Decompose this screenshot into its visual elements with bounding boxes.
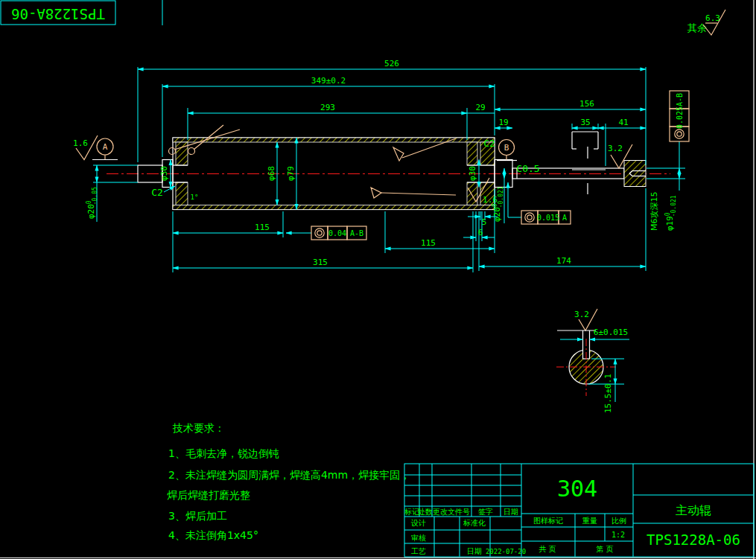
dimension-phi79: φ79 <box>286 138 296 210</box>
tech-req-line: 2、未注焊缝为圆周满焊，焊缝高4mm，焊接牢固， <box>168 469 410 481</box>
date-label: 日期 <box>467 547 482 555</box>
dimension-35: 35 <box>572 118 598 128</box>
dimension-315: 315 <box>173 258 473 268</box>
tech-req-line: 4、未注倒角1x45° <box>168 529 258 541</box>
rev-header: 标记 <box>404 508 419 516</box>
dimension-115-left: 115 <box>173 223 283 233</box>
svg-text:15.5±0.1: 15.5±0.1 <box>603 374 613 413</box>
weld-symbol-icon <box>169 125 457 198</box>
svg-text:6±0.015: 6±0.015 <box>594 328 628 337</box>
tech-req-line: 3、焊后加工 <box>168 510 227 522</box>
datum-a-letter: A <box>103 142 108 152</box>
svg-text:526: 526 <box>384 59 399 68</box>
svg-text:41: 41 <box>618 118 628 127</box>
datum-a: A <box>92 138 118 160</box>
dimension-phi68: φ68 <box>267 142 277 205</box>
svg-text:A-B: A-B <box>676 93 684 106</box>
concentricity-icon <box>675 130 684 138</box>
svg-text:φ79: φ79 <box>286 166 296 181</box>
title-block: 标记 处数 更改文件号 签字 日期 设计 标准化 审核 工艺 日期 2022-0… <box>404 464 754 557</box>
technical-requirements: 技术要求： 1、毛刺去净，锐边倒钝 2、未注焊缝为圆周满焊，焊缝高4mm，焊接牢… <box>167 422 410 541</box>
part-name: 主动辊 <box>676 503 711 517</box>
chamfer-c05: C0.5 <box>516 163 539 174</box>
rev-header: 签字 <box>478 508 493 516</box>
svg-text:293: 293 <box>320 103 335 112</box>
svg-text:19: 19 <box>498 118 508 127</box>
svg-text:115: 115 <box>255 223 270 232</box>
svg-text:0.04: 0.04 <box>328 229 346 237</box>
roller-outline <box>138 132 646 210</box>
datum-b: B <box>497 140 517 161</box>
dimension-526: 526 <box>138 59 646 69</box>
tech-req-line: 焊后焊缝打磨光整 <box>167 489 250 501</box>
flat-partial-view <box>572 132 598 149</box>
tech-req-title: 技术要求： <box>172 422 225 434</box>
dimension-174: 174 <box>479 256 646 266</box>
process-label: 工艺 <box>411 547 426 555</box>
rev-header: 更改文件号 <box>433 508 470 516</box>
tapped-end-section <box>624 161 646 187</box>
tube-wall-bottom <box>173 205 495 210</box>
tolerance-frame-3: 0.025 A-B <box>670 91 689 141</box>
scale-header: 比例 <box>612 517 626 525</box>
thread-callout: M6攻深15 <box>649 192 659 231</box>
tech-req-line: 1、毛刺去净，锐边倒钝 <box>168 447 279 459</box>
dimension-115-right: 115 <box>385 238 495 249</box>
svg-text:349±0.2: 349±0.2 <box>311 76 346 86</box>
rev-header: 处数 <box>418 508 433 516</box>
svg-text:6: 6 <box>478 228 483 237</box>
dimension-phi20-left: φ200-0.05 <box>86 165 98 222</box>
material-value: 304 <box>557 476 597 502</box>
datum-b-letter: B <box>504 143 509 153</box>
detail-view: 3.2 6±0.015 15.5±0.1 <box>556 309 629 413</box>
dimension-phi19: φ190-0.021 M6攻深15 <box>649 141 679 231</box>
svg-text:0.025: 0.025 <box>676 106 684 129</box>
dimension-349: 349±0.2 <box>162 76 495 86</box>
date-value: 2022-07-20 <box>486 548 526 555</box>
svg-text:A: A <box>562 214 567 222</box>
chamfer-c2-right: C2 <box>483 138 495 149</box>
dimension-29: 29 <box>467 103 495 113</box>
drawing-canvas: TPS1228A-06 其余 6.3 <box>0 0 756 559</box>
page-no: 第 页 <box>596 545 613 553</box>
sheet-code-inverted: TPS1228A-06 <box>11 6 105 22</box>
dimension-slot-width: 6±0.015 <box>560 328 629 339</box>
svg-text:φ68: φ68 <box>267 166 276 181</box>
svg-text:A-B: A-B <box>350 229 363 237</box>
total-pages: 共 页 <box>539 545 556 553</box>
chamfer-c2-left: C2 <box>151 187 163 198</box>
tolerance-frame-1: 0.04 A-B <box>286 226 366 240</box>
dimension-19: 19 <box>495 118 512 128</box>
standardize-label: 标准化 <box>463 519 486 527</box>
angle-callout: 1° <box>191 194 199 201</box>
tolerance-frame-2: 0.015 A <box>508 182 571 224</box>
roughness-value: 3.2 <box>608 144 623 153</box>
drawing-number: TPS1228A-06 <box>647 531 740 548</box>
svg-text:φ190-0.021: φ190-0.021 <box>664 195 677 231</box>
svg-text:φ30: φ30 <box>159 166 169 181</box>
svg-text:5: 5 <box>482 217 487 227</box>
dimension-156: 156 <box>495 99 646 109</box>
svg-text:174: 174 <box>556 256 571 266</box>
surface-roughness-left: 1.6 <box>73 135 98 160</box>
svg-text:115: 115 <box>421 238 436 248</box>
sheet-code-box: TPS1228A-06 <box>1 0 162 25</box>
general-roughness-note: 其余 6.3 <box>687 10 725 35</box>
svg-text:φ30: φ30 <box>468 166 477 181</box>
dimension-293: 293 <box>188 103 467 113</box>
roughness-value: 1.6 <box>73 138 88 148</box>
dimension-phi30-left: φ30 <box>159 160 171 188</box>
svg-text:0.015: 0.015 <box>537 214 559 222</box>
cad-drawing-sheet: TPS1228A-06 其余 6.3 <box>0 0 756 559</box>
roughness-value: 1.6 <box>483 195 498 205</box>
general-roughness-label: 其余 <box>687 22 707 33</box>
svg-text:29: 29 <box>475 103 485 112</box>
svg-text:35: 35 <box>580 118 590 127</box>
scale-value: 1:2 <box>612 531 625 539</box>
design-label: 设计 <box>410 519 426 527</box>
concentricity-icon <box>525 213 534 222</box>
svg-text:3.2: 3.2 <box>574 310 589 319</box>
svg-text:315: 315 <box>313 258 328 267</box>
check-label: 审核 <box>411 534 426 542</box>
weight-header: 重量 <box>582 517 597 525</box>
